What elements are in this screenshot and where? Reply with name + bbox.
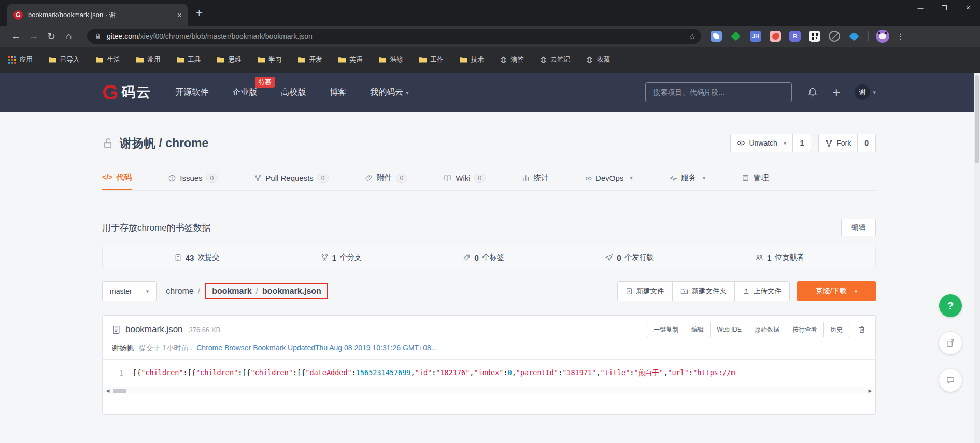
site-search-input[interactable]	[645, 82, 792, 102]
address-bar[interactable]: gitee.com/xieyf00/chrome/blob/master/boo…	[87, 29, 701, 44]
file-icon	[112, 325, 121, 334]
window-close-button[interactable]: ✕	[956, 0, 980, 16]
repo-owner[interactable]: 谢扬帆	[120, 136, 155, 150]
back-icon[interactable]: ←	[7, 31, 25, 42]
tab-manage[interactable]: 管理	[742, 167, 769, 190]
tab-attachments[interactable]: 附件0	[365, 167, 408, 190]
nav-enterprise[interactable]: 企业版特惠	[232, 87, 257, 98]
browser-profile-avatar[interactable]	[876, 30, 889, 43]
breadcrumb-root[interactable]: chrome	[166, 287, 193, 296]
stat-branches[interactable]: 1个分支	[321, 253, 362, 262]
tab-statistics[interactable]: 统计	[522, 167, 549, 190]
bookmark-folder[interactable]: 开发	[297, 55, 322, 64]
repo-name[interactable]: chrome	[165, 136, 208, 150]
extension-icon[interactable]	[711, 31, 722, 42]
create-new-icon[interactable]: +	[832, 85, 840, 99]
web-ide-button[interactable]: Web IDE	[710, 322, 748, 337]
bookmark-link[interactable]: 滴答	[500, 55, 524, 64]
r-extension-icon[interactable]: R	[789, 31, 801, 42]
window-minimize-button[interactable]: —	[908, 0, 932, 16]
green-tag-extension-icon[interactable]	[730, 31, 742, 42]
scroll-right-icon[interactable]: ▶	[866, 388, 874, 393]
bookmark-folder[interactable]: 浩鲸	[378, 55, 403, 64]
edit-description-button[interactable]: 编辑	[841, 219, 876, 236]
tab-code[interactable]: </>代码	[102, 167, 132, 190]
blue-tag-extension-icon[interactable]	[848, 31, 860, 42]
fork-button[interactable]: Fork	[818, 134, 858, 152]
bookmark-link[interactable]: 云笔记	[539, 55, 571, 64]
breadcrumb-file[interactable]: bookmark.json	[262, 287, 321, 296]
history-button[interactable]: 历史	[823, 322, 849, 337]
horizontal-scrollbar[interactable]: ◀ ▶	[104, 387, 874, 394]
tab-services[interactable]: 服务▾	[669, 167, 706, 190]
browser-menu-icon[interactable]: ⋮	[897, 32, 905, 41]
unwatch-button[interactable]: Unwatch ▾	[730, 134, 793, 152]
page-scrollbar-thumb[interactable]	[975, 75, 979, 163]
avatar-chevron-down-icon[interactable]: ▾	[873, 89, 876, 96]
notifications-bell-icon[interactable]	[807, 87, 818, 97]
bookmark-star-icon[interactable]: ☆	[689, 32, 696, 41]
stat-releases[interactable]: 0个发行版	[605, 253, 654, 262]
nav-open-source[interactable]: 开源软件	[175, 87, 208, 98]
cursor-extension-icon[interactable]	[829, 31, 840, 42]
bookmark-folder[interactable]: 已导入	[48, 55, 80, 64]
browser-tab[interactable]: G bookmark/bookmark.json · 谢 ✕	[7, 4, 188, 26]
bookmark-folder[interactable]: 生活	[95, 55, 120, 64]
branch-selector[interactable]: master▾	[102, 281, 157, 301]
user-avatar[interactable]: 谢	[855, 84, 870, 100]
nav-my-gitee[interactable]: 我的码云▾	[370, 87, 409, 98]
blame-button[interactable]: 按行查看	[786, 322, 824, 337]
forward-icon[interactable]: →	[25, 31, 42, 42]
stat-commits[interactable]: 43次提交	[174, 253, 220, 262]
page-scrollbar[interactable]	[974, 73, 980, 443]
nav-education[interactable]: 高校版	[281, 87, 306, 98]
tab-devops[interactable]: ∞DevOps▾	[585, 167, 633, 190]
new-tab-button[interactable]: +	[196, 7, 203, 19]
copy-button[interactable]: 一键复制	[647, 322, 685, 337]
bookmark-folder[interactable]: 技术	[459, 55, 484, 64]
gitee-logo[interactable]: G 码云	[102, 82, 151, 103]
bookmark-folder[interactable]: 工具	[176, 55, 201, 64]
bookmark-folder[interactable]: 工作	[419, 55, 444, 64]
window-maximize-button[interactable]	[932, 0, 956, 16]
reload-icon[interactable]: ↻	[42, 31, 60, 42]
help-floating-button[interactable]: ?	[939, 294, 962, 317]
tab-wiki[interactable]: Wiki0	[444, 167, 486, 190]
scroll-left-icon[interactable]: ◀	[104, 388, 112, 393]
jh-extension-icon[interactable]: JH	[750, 31, 761, 42]
breadcrumb-highlight-box: bookmark / bookmark.json	[205, 283, 328, 299]
home-icon[interactable]: ⌂	[60, 31, 78, 42]
share-floating-button[interactable]	[939, 332, 962, 354]
tab-close-icon[interactable]: ✕	[177, 11, 182, 19]
bookmark-folder[interactable]: 英语	[338, 55, 363, 64]
promo-badge: 特惠	[255, 77, 275, 88]
tab-pull-requests[interactable]: Pull Requests0	[254, 167, 329, 190]
stat-contributors[interactable]: 1位贡献者	[755, 253, 804, 262]
bookmark-link[interactable]: 收藏	[586, 55, 610, 64]
new-folder-button[interactable]: 新建文件夹	[672, 281, 735, 301]
breadcrumb-dir[interactable]: bookmark	[212, 287, 251, 296]
watch-count[interactable]: 1	[793, 134, 811, 152]
nav-blog[interactable]: 博客	[330, 87, 346, 98]
feedback-floating-button[interactable]	[939, 369, 962, 392]
raw-button[interactable]: 原始数据	[748, 322, 786, 337]
stat-tags[interactable]: 0个标签	[463, 253, 504, 262]
tab-issues[interactable]: Issues0	[168, 167, 218, 190]
bookmark-folder[interactable]: 思维	[217, 55, 242, 64]
edit-file-button[interactable]: 编辑	[685, 322, 711, 337]
bookmark-folder[interactable]: 常用	[136, 55, 161, 64]
fork-count[interactable]: 0	[858, 134, 876, 152]
new-file-button[interactable]: 新建文件	[617, 281, 673, 301]
clone-download-button[interactable]: 克隆/下载▾	[797, 281, 876, 301]
delete-file-icon[interactable]	[858, 325, 866, 334]
upload-file-button[interactable]: 上传文件	[734, 281, 790, 301]
bookmark-folder[interactable]: 学习	[257, 55, 282, 64]
bookmark-item-apps[interactable]: 应用	[8, 55, 33, 64]
line-number[interactable]: 1	[103, 369, 133, 377]
scrollbar-thumb[interactable]	[113, 389, 126, 393]
chevron-down-icon: ▾	[146, 288, 149, 295]
commit-message-link[interactable]: Chrome Browser Bookmark UpdatedThu Aug 0…	[196, 344, 437, 352]
qr-code-extension-icon[interactable]	[809, 31, 820, 42]
red-extension-icon[interactable]	[770, 31, 781, 42]
committer-name[interactable]: 谢扬帆	[112, 344, 134, 352]
